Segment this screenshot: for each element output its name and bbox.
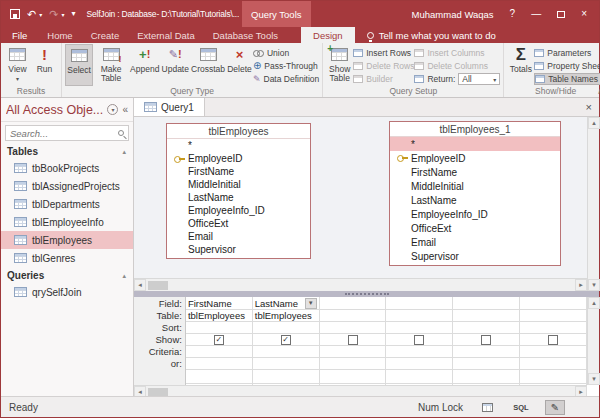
customize-qat-icon[interactable]: ▾ bbox=[71, 10, 75, 18]
top-pane-horizontal-scrollbar[interactable]: ◂ ▸ bbox=[134, 278, 587, 291]
nav-item-tbBookProjects[interactable]: tbBookProjects bbox=[1, 159, 133, 177]
or-cell[interactable] bbox=[320, 358, 386, 370]
grid-column-2[interactable]: LastName▼ tblEmployees ✓ bbox=[253, 297, 320, 385]
parameters-button[interactable]: Parameters bbox=[534, 47, 600, 59]
nav-item-tblEmployees[interactable]: tblEmployees bbox=[1, 231, 133, 249]
tab-create[interactable]: Create bbox=[82, 27, 129, 43]
sort-cell[interactable] bbox=[253, 322, 319, 334]
table-field-row[interactable]: MiddleInitial bbox=[167, 178, 310, 191]
design-view-button[interactable]: ✎ bbox=[545, 400, 565, 415]
show-checkbox[interactable]: ✓ bbox=[281, 335, 291, 345]
top-pane-vertical-scrollbar[interactable]: ▴ ▾ bbox=[587, 117, 599, 291]
help-button[interactable]: ? bbox=[510, 9, 516, 19]
nav-search-box[interactable] bbox=[5, 125, 129, 141]
field-cell-selected[interactable]: LastName▼ bbox=[253, 297, 319, 310]
undo-dropdown-icon[interactable]: ▾ bbox=[39, 11, 42, 18]
grid-column-4[interactable] bbox=[386, 297, 453, 385]
pass-through-button[interactable]: ⊕ Pass-Through bbox=[253, 60, 319, 72]
table-cell[interactable] bbox=[520, 310, 586, 322]
or-cell[interactable] bbox=[386, 358, 452, 370]
collapse-group-icon[interactable]: ▴ bbox=[122, 272, 126, 280]
empty-cell[interactable] bbox=[320, 370, 386, 384]
close-icon[interactable]: × bbox=[586, 98, 599, 116]
criteria-cell[interactable] bbox=[186, 346, 252, 358]
field-cell[interactable]: FirstName bbox=[186, 297, 252, 310]
table-field-row[interactable]: EmployeeInfo_ID bbox=[390, 207, 560, 221]
show-cell[interactable] bbox=[520, 334, 586, 346]
datasheet-view-button[interactable] bbox=[477, 400, 497, 415]
tab-query1[interactable]: Query1 bbox=[134, 98, 205, 116]
or-cell[interactable] bbox=[453, 358, 519, 370]
scroll-right-icon[interactable]: ▸ bbox=[575, 279, 587, 291]
table-window-title[interactable]: tblEmployees bbox=[167, 124, 310, 139]
table-field-row[interactable]: MiddleInitial bbox=[390, 179, 560, 193]
show-cell[interactable]: ✓ bbox=[186, 334, 252, 346]
table-field-row-highlighted[interactable]: * bbox=[390, 137, 560, 151]
sort-cell[interactable] bbox=[386, 322, 452, 334]
data-definition-button[interactable]: ✎ Data Definition bbox=[253, 73, 319, 85]
nav-item-tblAssignedProjects[interactable]: tblAssignedProjects bbox=[1, 177, 133, 195]
tab-database-tools[interactable]: Database Tools bbox=[204, 27, 287, 43]
empty-cell[interactable] bbox=[253, 370, 319, 384]
grid-column-5[interactable] bbox=[453, 297, 520, 385]
show-checkbox[interactable] bbox=[548, 335, 558, 345]
criteria-cell[interactable] bbox=[520, 346, 586, 358]
union-button[interactable]: Union bbox=[253, 47, 319, 59]
run-button[interactable]: ! Run bbox=[31, 44, 58, 86]
table-field-row[interactable]: EmployeeID bbox=[167, 152, 310, 165]
tab-external-data[interactable]: External Data bbox=[128, 27, 204, 43]
or-cell[interactable] bbox=[186, 358, 252, 370]
shutter-close-icon[interactable]: « bbox=[122, 104, 128, 115]
query-design-surface[interactable]: tblEmployees * EmployeeID FirstName Midd… bbox=[134, 117, 587, 278]
append-button[interactable]: +! Append bbox=[129, 44, 160, 86]
tab-file[interactable]: File bbox=[1, 27, 38, 43]
search-icon[interactable] bbox=[118, 130, 124, 136]
show-table-button[interactable]: + Show Table bbox=[326, 44, 353, 86]
table-window-tblEmployees_1[interactable]: tblEmployees_1 * EmployeeID FirstName Mi… bbox=[389, 121, 561, 266]
empty-cell[interactable] bbox=[186, 370, 252, 384]
table-field-row[interactable]: Email bbox=[167, 230, 310, 243]
nav-menu-icon[interactable]: ▾ bbox=[107, 104, 118, 115]
show-cell[interactable] bbox=[453, 334, 519, 346]
undo-icon[interactable]: ↶ bbox=[27, 9, 36, 20]
criteria-cell[interactable] bbox=[320, 346, 386, 358]
tab-home[interactable]: Home bbox=[38, 27, 81, 43]
scroll-down-icon[interactable]: ▾ bbox=[588, 279, 600, 291]
empty-cell[interactable] bbox=[386, 370, 452, 384]
table-field-row[interactable]: FirstName bbox=[167, 165, 310, 178]
empty-cell[interactable] bbox=[453, 370, 519, 384]
table-window-tblEmployees[interactable]: tblEmployees * EmployeeID FirstName Midd… bbox=[166, 123, 311, 259]
show-checkbox[interactable] bbox=[414, 335, 424, 345]
field-cell[interactable] bbox=[386, 297, 452, 310]
close-button[interactable]: × bbox=[581, 9, 587, 19]
field-cell[interactable] bbox=[520, 297, 586, 310]
table-cell[interactable] bbox=[386, 310, 452, 322]
sort-cell[interactable] bbox=[520, 322, 586, 334]
table-field-row[interactable]: Email bbox=[390, 235, 560, 249]
table-cell[interactable] bbox=[320, 310, 386, 322]
sql-view-button[interactable]: SQL bbox=[511, 400, 531, 415]
grid-column-3[interactable] bbox=[320, 297, 387, 385]
make-table-button[interactable]: ! Make Table bbox=[93, 44, 129, 86]
scrollbar-thumb[interactable] bbox=[148, 281, 168, 290]
table-field-row[interactable]: OfficeExt bbox=[390, 221, 560, 235]
nav-group-tables[interactable]: Tables ▴ bbox=[1, 143, 133, 159]
sort-cell[interactable] bbox=[453, 322, 519, 334]
update-button[interactable]: ✎! Update bbox=[160, 44, 190, 86]
nav-item-tblDepartments[interactable]: tblDepartments bbox=[1, 195, 133, 213]
or-cell[interactable] bbox=[520, 358, 586, 370]
splitter-handle[interactable] bbox=[345, 293, 389, 295]
table-field-row[interactable]: Supervisor bbox=[167, 243, 310, 256]
table-cell[interactable] bbox=[453, 310, 519, 322]
view-button[interactable]: View ▾ bbox=[4, 44, 31, 86]
search-input[interactable] bbox=[6, 128, 118, 139]
show-checkbox[interactable] bbox=[481, 335, 491, 345]
show-cell[interactable] bbox=[320, 334, 386, 346]
grid-column-1[interactable]: FirstName tblEmployees ✓ bbox=[186, 297, 253, 385]
show-cell[interactable]: ✓ bbox=[253, 334, 319, 346]
field-cell[interactable] bbox=[320, 297, 386, 310]
maximize-button[interactable] bbox=[557, 11, 565, 18]
scroll-left-icon[interactable]: ◂ bbox=[134, 279, 146, 291]
table-field-row[interactable]: LastName bbox=[167, 191, 310, 204]
field-cell[interactable] bbox=[453, 297, 519, 310]
